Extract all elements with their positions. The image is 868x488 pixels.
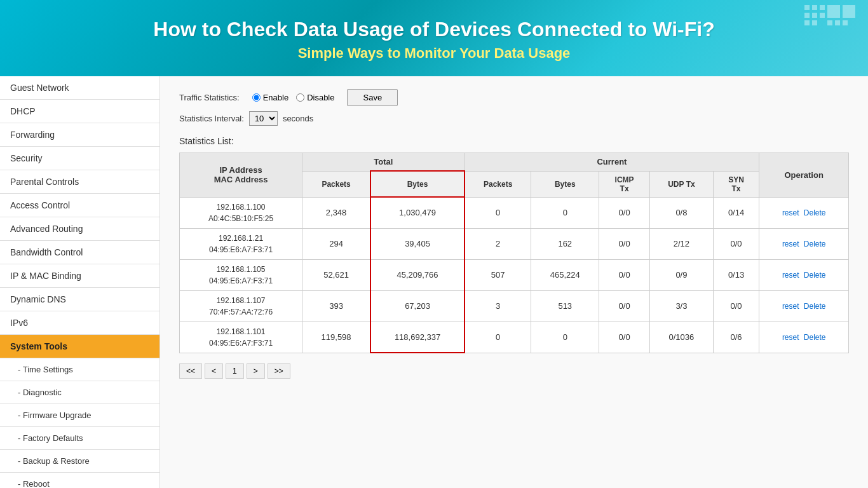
interval-row: Statistics Interval: 10 30 60 seconds	[179, 111, 849, 126]
sidebar-item-guest-network[interactable]: Guest Network	[0, 76, 159, 100]
cell-cur-packets: 0	[465, 322, 531, 353]
table-row: 192.168.1.10770:4F:57:AA:72:76 393 67,20…	[180, 290, 849, 322]
col-syn-tx: SYNTx	[713, 171, 759, 197]
cell-operation: reset Delete	[759, 259, 849, 290]
cell-icmp-tx: 0/0	[599, 259, 650, 290]
seconds-label: seconds	[283, 114, 313, 123]
delete-link[interactable]: Delete	[804, 208, 826, 217]
reset-link[interactable]: reset	[782, 302, 799, 311]
interval-select[interactable]: 10 30 60	[249, 111, 278, 126]
delete-link[interactable]: Delete	[804, 271, 826, 280]
svg-rect-4	[812, 13, 817, 18]
cell-icmp-tx: 0/0	[599, 197, 650, 228]
reset-link[interactable]: reset	[782, 240, 799, 248]
reset-link[interactable]: reset	[782, 333, 799, 342]
sidebar-item-reboot[interactable]: - Reboot	[0, 473, 159, 488]
cell-syn-tx: 0/14	[713, 197, 759, 228]
table-group-header: IP AddressMAC Address Total Current Oper…	[180, 153, 849, 172]
delete-link[interactable]: Delete	[804, 302, 826, 311]
table-row: 192.168.1.10504:95:E6:A7:F3:71 52,621 45…	[180, 259, 849, 290]
sidebar-item-backup-restore[interactable]: - Backup & Restore	[0, 450, 159, 473]
cell-ip-mac: 192.168.1.10104:95:E6:A7:F3:71	[180, 322, 302, 353]
sidebar-item-system-tools[interactable]: System Tools	[0, 335, 159, 358]
sidebar-item-factory-defaults[interactable]: - Factory Defaults	[0, 427, 159, 450]
sidebar-item-forwarding[interactable]: Forwarding	[0, 123, 159, 147]
sidebar: Guest NetworkDHCPForwardingSecurityParen…	[0, 76, 160, 488]
page-button[interactable]: >>	[268, 363, 290, 379]
svg-rect-10	[827, 20, 832, 25]
delete-link[interactable]: Delete	[804, 240, 826, 248]
enable-radio-label[interactable]: Enable	[252, 93, 288, 102]
cell-cur-bytes: 162	[531, 228, 599, 259]
col-operation: Operation	[759, 153, 849, 198]
page-button[interactable]: 1	[226, 363, 244, 379]
save-button[interactable]: Save	[347, 89, 398, 106]
cell-syn-tx: 0/0	[713, 290, 759, 322]
svg-rect-7	[812, 20, 817, 25]
cell-udp-tx: 0/1036	[650, 322, 714, 353]
disable-radio-label[interactable]: Disable	[296, 93, 334, 102]
sidebar-item-dhcp[interactable]: DHCP	[0, 100, 159, 123]
sidebar-item-ipv6[interactable]: IPv6	[0, 311, 159, 335]
header-title: How to Check Data Usage of Devices Conne…	[153, 18, 714, 41]
sidebar-item-parental-controls[interactable]: Parental Controls	[0, 170, 159, 194]
svg-rect-9	[843, 5, 855, 18]
col-icmp-tx: ICMPTx	[599, 171, 650, 197]
stats-list-label: Statistics List:	[179, 136, 849, 146]
page-button[interactable]: <	[205, 363, 223, 379]
cell-total-packets: 52,621	[302, 259, 370, 290]
disable-radio[interactable]	[296, 93, 304, 102]
reset-link[interactable]: reset	[782, 208, 799, 217]
cell-ip-mac: 192.168.1.10770:4F:57:AA:72:76	[180, 290, 302, 322]
statistics-table: IP AddressMAC Address Total Current Oper…	[179, 152, 849, 353]
svg-rect-6	[804, 20, 810, 25]
col-ip-mac: IP AddressMAC Address	[180, 153, 302, 198]
cell-udp-tx: 0/9	[650, 259, 714, 290]
page-button[interactable]: >	[247, 363, 265, 379]
sidebar-item-time-settings[interactable]: - Time Settings	[0, 358, 159, 381]
page-button[interactable]: <<	[179, 363, 202, 379]
col-cur-bytes: Bytes	[531, 171, 599, 197]
pagination: <<<1>>>	[179, 363, 849, 379]
sidebar-item-access-control[interactable]: Access Control	[0, 194, 159, 217]
col-cur-packets: Packets	[465, 171, 531, 197]
cell-ip-mac: 192.168.1.10504:95:E6:A7:F3:71	[180, 259, 302, 290]
cell-udp-tx: 0/8	[650, 197, 714, 228]
cell-total-packets: 393	[302, 290, 370, 322]
cell-ip-mac: 192.168.1.2104:95:E6:A7:F3:71	[180, 228, 302, 259]
main-layout: Guest NetworkDHCPForwardingSecurityParen…	[0, 76, 868, 488]
cell-operation: reset Delete	[759, 228, 849, 259]
svg-rect-5	[820, 13, 825, 18]
cell-cur-packets: 507	[465, 259, 531, 290]
sidebar-item-ip-mac-binding[interactable]: IP & MAC Binding	[0, 264, 159, 288]
cell-total-bytes: 67,203	[370, 290, 465, 322]
enable-radio[interactable]	[252, 93, 261, 102]
cell-icmp-tx: 0/0	[599, 290, 650, 322]
content-area: Traffic Statistics: Enable Disable Save …	[160, 76, 868, 488]
cell-operation: reset Delete	[759, 197, 849, 228]
sidebar-item-bandwidth-control[interactable]: Bandwidth Control	[0, 241, 159, 264]
table-row: 192.168.1.100A0:4C:5B:10:F5:25 2,348 1,0…	[180, 197, 849, 228]
cell-total-bytes: 39,405	[370, 228, 465, 259]
svg-rect-3	[804, 13, 810, 18]
delete-link[interactable]: Delete	[804, 333, 826, 342]
disable-label: Disable	[307, 93, 334, 102]
cell-cur-bytes: 465,224	[531, 259, 599, 290]
table-row: 192.168.1.10104:95:E6:A7:F3:71 119,598 1…	[180, 322, 849, 353]
svg-rect-11	[835, 20, 840, 25]
cell-syn-tx: 0/13	[713, 259, 759, 290]
cell-cur-packets: 0	[465, 197, 531, 228]
sidebar-item-diagnostic[interactable]: - Diagnostic	[0, 381, 159, 404]
interval-label: Statistics Interval:	[179, 114, 244, 123]
sidebar-item-firmware-upgrade[interactable]: - Firmware Upgrade	[0, 404, 159, 427]
cell-cur-packets: 2	[465, 228, 531, 259]
cell-total-packets: 2,348	[302, 197, 370, 228]
sidebar-item-advanced-routing[interactable]: Advanced Routing	[0, 217, 159, 241]
sidebar-item-security[interactable]: Security	[0, 147, 159, 170]
traffic-statistics-label: Traffic Statistics:	[179, 93, 240, 102]
svg-rect-1	[812, 5, 817, 10]
cell-syn-tx: 0/6	[713, 322, 759, 353]
sidebar-item-dynamic-dns[interactable]: Dynamic DNS	[0, 288, 159, 311]
header-decoration	[804, 5, 855, 56]
reset-link[interactable]: reset	[782, 271, 799, 280]
